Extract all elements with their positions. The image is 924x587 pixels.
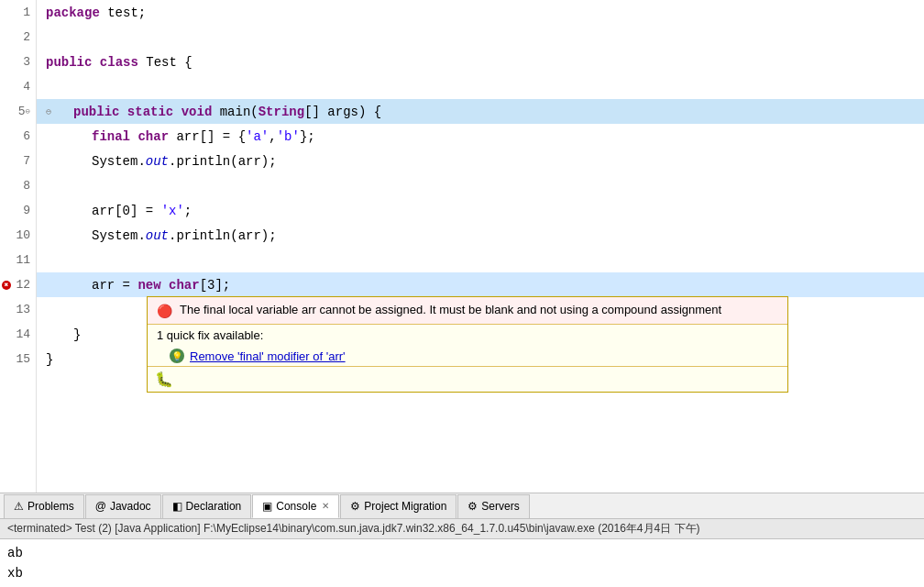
code-line-5: ⊖ public static void main(String[] args)…	[37, 99, 924, 124]
line-num-10: 10	[0, 223, 36, 248]
code-line-11	[37, 248, 924, 272]
line-num-1: 1	[0, 0, 36, 25]
code-line-8	[37, 173, 924, 198]
tabs-bar: ⚠ Problems @ Javadoc ◧ Declaration ▣ Con…	[0, 493, 924, 518]
error-icon: 🔴	[157, 304, 172, 318]
code-line-4	[37, 74, 924, 99]
error-dot-icon: ✖	[2, 281, 11, 290]
tab-javadoc[interactable]: @ Javadoc	[85, 494, 161, 518]
tab-console-label: Console	[276, 500, 316, 513]
quickfix-count-label: 1 quick fix available:	[148, 325, 787, 346]
line-numbers: 1 2 3 4 5⊖ 6 7 8 9 10 11 ✖ 12 13 14 15	[0, 0, 37, 493]
line-num-9: 9	[0, 198, 36, 223]
code-line-2	[37, 25, 924, 50]
line-num-13: 13	[0, 297, 36, 322]
line-num-5: 5⊖	[0, 99, 36, 124]
line-num-8: 8	[0, 173, 36, 198]
tab-servers[interactable]: ⚙ Servers	[457, 494, 529, 518]
tab-problems-label: Problems	[28, 500, 74, 513]
tab-project-migration-label: Project Migration	[364, 500, 446, 513]
quickfix-fix-link[interactable]: Remove 'final' modifier of 'arr'	[190, 349, 346, 363]
quickfix-footer-icon: 🐛	[155, 371, 173, 388]
code-line-9: arr[0] = 'x';	[37, 198, 924, 223]
line-num-11: 11	[0, 248, 36, 272]
tab-console[interactable]: ▣ Console ✕	[252, 494, 339, 518]
quickfix-bulb-icon: 💡	[170, 349, 184, 363]
javadoc-icon: @	[95, 500, 106, 513]
declaration-icon: ◧	[172, 500, 182, 513]
console-icon: ▣	[262, 500, 272, 513]
code-line-6: final char arr[] = {'a','b'};	[37, 124, 924, 149]
code-line-7: System.out.println(arr);	[37, 149, 924, 173]
line-num-6: 6	[0, 124, 36, 149]
code-line-1: package test;	[37, 0, 924, 25]
code-content: package test; public class Test { ⊖ publ…	[37, 0, 924, 493]
line-num-7: 7	[0, 149, 36, 173]
tab-declaration-label: Declaration	[186, 500, 242, 513]
tab-problems[interactable]: ⚠ Problems	[4, 494, 84, 518]
code-line-12: arr = new char[3];	[37, 272, 924, 297]
quickfix-footer: 🐛	[148, 366, 787, 392]
line-num-14: 14	[0, 322, 36, 347]
line-num-3: 3	[0, 50, 36, 74]
tab-javadoc-label: Javadoc	[110, 500, 151, 513]
console-area: <terminated> Test (2) [Java Application]…	[0, 518, 924, 587]
quickfix-error-text: The final local variable arr cannot be a…	[180, 303, 721, 316]
quickfix-item[interactable]: 💡 Remove 'final' modifier of 'arr'	[148, 346, 787, 366]
code-line-3: public class Test {	[37, 50, 924, 74]
console-line-1: ab	[7, 543, 917, 563]
kw-package: package	[46, 6, 100, 20]
collapse-icon: ⊖	[46, 106, 51, 117]
line-num-4: 4	[0, 74, 36, 99]
project-migration-icon: ⚙	[350, 500, 360, 513]
quickfix-error-section: 🔴 The final local variable arr cannot be…	[148, 297, 787, 325]
quickfix-popup: 🔴 The final local variable arr cannot be…	[147, 296, 788, 393]
tab-project-migration[interactable]: ⚙ Project Migration	[340, 494, 456, 518]
console-header: <terminated> Test (2) [Java Application]…	[0, 519, 924, 539]
problems-icon: ⚠	[14, 500, 24, 513]
code-line-10: System.out.println(arr);	[37, 223, 924, 248]
code-editor[interactable]: 1 2 3 4 5⊖ 6 7 8 9 10 11 ✖ 12 13 14 15 p…	[0, 0, 924, 493]
tab-declaration[interactable]: ◧ Declaration	[162, 494, 252, 518]
line-num-15: 15	[0, 347, 36, 371]
line-num-12: ✖ 12	[0, 272, 36, 297]
line-num-2: 2	[0, 25, 36, 50]
tab-servers-label: Servers	[481, 500, 519, 513]
console-line-2: xb	[7, 563, 917, 583]
servers-icon: ⚙	[468, 500, 478, 513]
console-close-icon[interactable]: ✕	[322, 501, 329, 511]
console-output: ab xb	[0, 539, 924, 587]
